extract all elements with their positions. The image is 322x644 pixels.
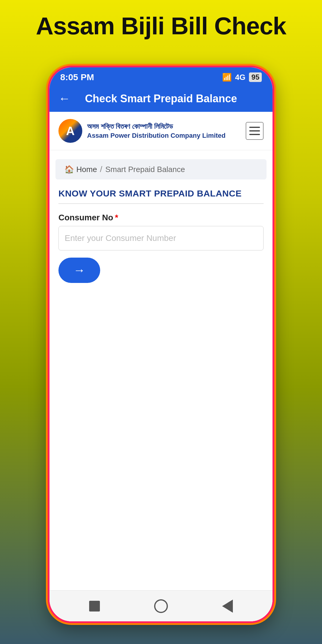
battery-icon: 95 [249,72,262,82]
company-text: অসম শক্তি বিতৰণ কোম্পানী লিমিটেড Assam P… [87,122,226,140]
back-triangle-icon [222,600,233,613]
status-bar: 8:05 PM 📶 4G 95 [49,67,273,85]
home-circle-icon [154,599,168,613]
breadcrumb: 🏠 Home / Smart Prepaid Balance [55,159,267,179]
company-logo-area: A অসম শক্তি বিতৰণ কোম্পানী লিমিটেড Assam… [58,119,226,143]
submit-arrow-icon: → [73,264,85,277]
section-title: KNOW YOUR SMART PREPAID BALANCE [58,188,264,204]
network-label: 4G [235,73,246,82]
hamburger-line-3 [249,134,260,135]
company-logo: A [58,119,82,143]
recent-apps-button[interactable] [86,598,103,614]
phone-mockup: 8:05 PM 📶 4G 95 ← Check Smart Prepaid Ba… [48,66,274,623]
consumer-no-form-group: Consumer No * [58,213,264,250]
breadcrumb-current-page: Smart Prepaid Balance [105,165,185,174]
signal-icon: 📶 [222,73,232,82]
home-icon: 🏠 [64,165,74,174]
breadcrumb-separator: / [100,165,102,174]
back-button[interactable]: ← [58,92,70,105]
status-time: 8:05 PM [60,72,94,82]
hamburger-line-1 [249,127,260,128]
status-right: 📶 4G 95 [222,72,262,82]
form-section: KNOW YOUR SMART PREPAID BALANCE Consumer… [49,185,273,292]
consumer-number-input[interactable] [58,226,264,250]
phone-screen: 8:05 PM 📶 4G 95 ← Check Smart Prepaid Ba… [48,66,274,623]
hamburger-menu-button[interactable] [246,122,264,140]
app-bar-title: Check Smart Prepaid Balance [76,92,246,105]
app-bar: ← Check Smart Prepaid Balance [49,85,273,112]
company-name-assamese: অসম শক্তি বিতৰণ কোম্পানী লিমিটেড [87,122,226,131]
bottom-nav [49,590,273,621]
consumer-no-label: Consumer No * [58,213,264,222]
back-button-nav[interactable] [219,598,236,614]
home-button[interactable] [153,598,169,614]
company-header: A অসম শক্তি বিতৰণ কোম্পানী লিমিটেড Assam… [49,112,273,150]
hamburger-line-2 [249,130,260,131]
content-area: A অসম শক্তি বিতৰণ কোম্পানী লিমিটেড Assam… [49,112,273,621]
breadcrumb-home-label: Home [76,165,97,174]
page-outer-title: Assam Bijli Bill Check [0,12,322,40]
company-name-english: Assam Power Distribution Company Limited [87,132,226,140]
submit-button[interactable]: → [58,258,100,283]
content-whitespace [49,292,273,590]
breadcrumb-home-link[interactable]: 🏠 Home [64,165,97,174]
recent-apps-icon [89,601,100,612]
required-star: * [115,213,118,222]
